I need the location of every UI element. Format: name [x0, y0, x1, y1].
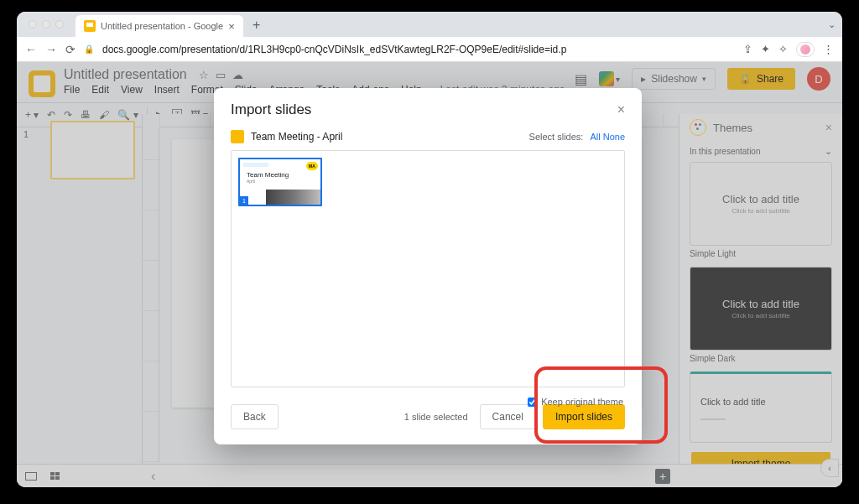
select-none-link[interactable]: None — [603, 132, 625, 142]
new-tab-button[interactable]: + — [247, 15, 267, 35]
import-slide-thumb[interactable]: MA Team Meeting April 1 — [238, 158, 322, 206]
selected-count: 1 slide selected — [404, 412, 468, 422]
cancel-button[interactable]: Cancel — [480, 404, 536, 429]
import-slides-button[interactable]: Import slides — [543, 404, 625, 429]
reload-button[interactable]: ⟳ — [65, 43, 75, 56]
extensions-icon[interactable]: ✦ — [761, 43, 770, 55]
keep-theme-row[interactable]: Keep original theme — [528, 397, 623, 407]
browser-tabbar: Untitled presentation - Google × + ⌄ — [17, 12, 842, 37]
tab-title: Untitled presentation - Google — [101, 21, 223, 31]
keep-theme-label: Keep original theme — [541, 397, 623, 407]
back-button[interactable]: ← — [25, 43, 37, 56]
thumb-number: 1 — [240, 196, 248, 205]
tabs-overflow-icon[interactable]: ⌄ — [828, 19, 836, 30]
file-name: Team Meeting - April — [251, 131, 342, 143]
thumb-badge: MA — [306, 162, 318, 170]
select-all-link[interactable]: All — [590, 132, 600, 142]
lock-icon: 🔒 — [84, 44, 94, 54]
back-button[interactable]: Back — [231, 404, 279, 429]
share-icon[interactable]: ⇪ — [743, 43, 752, 55]
browser-addressbar: ← → ⟳ 🔒 docs.google.com/presentation/d/1… — [17, 37, 842, 62]
forward-button[interactable]: → — [45, 43, 57, 56]
url-text[interactable]: docs.google.com/presentation/d/1RL3H9cp0… — [102, 44, 566, 55]
slides-favicon-icon — [84, 20, 96, 32]
slides-file-icon — [231, 130, 244, 143]
puzzle-icon[interactable]: ✧ — [778, 43, 788, 55]
slides-grid: MA Team Meeting April 1 — [231, 150, 625, 387]
window-controls[interactable] — [29, 20, 64, 29]
browser-tab[interactable]: Untitled presentation - Google × — [75, 15, 243, 37]
tab-close-icon[interactable]: × — [228, 20, 235, 33]
dialog-close-button[interactable]: × — [617, 102, 625, 117]
dialog-title: Import slides — [231, 101, 311, 118]
browser-menu-icon[interactable]: ⋮ — [823, 43, 834, 55]
profile-avatar[interactable] — [796, 42, 815, 57]
import-slides-dialog: Import slides × Team Meeting - April Sel… — [214, 88, 642, 444]
select-slides-label: Select slides: — [529, 132, 584, 142]
keep-theme-checkbox[interactable] — [528, 397, 537, 407]
